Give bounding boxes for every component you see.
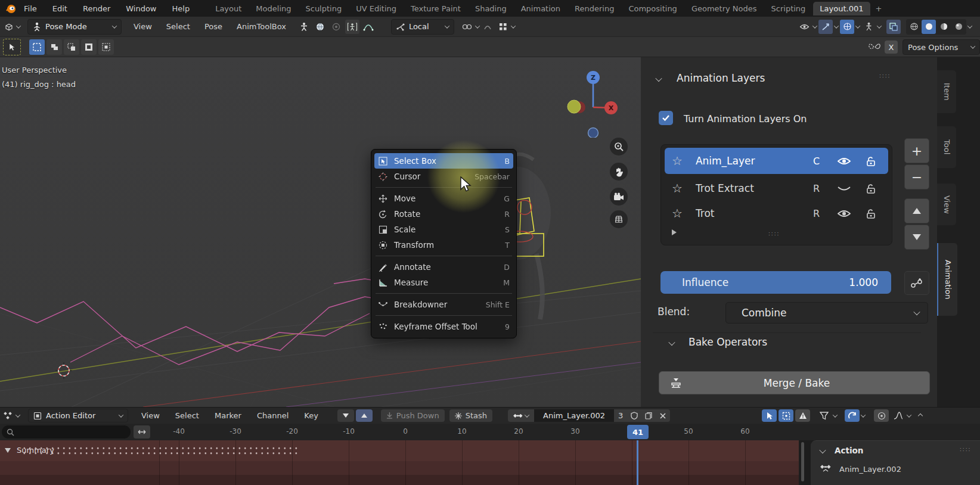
normalize-curve-icon[interactable] — [891, 409, 905, 422]
options-chevron-icon[interactable] — [511, 23, 516, 28]
unlock-icon[interactable] — [864, 209, 888, 219]
globe-icon[interactable] — [313, 20, 327, 34]
dopesheet-menu-key[interactable]: Key — [298, 411, 324, 420]
normalize-chevron-icon[interactable] — [907, 412, 911, 417]
star-icon[interactable]: ☆ — [672, 182, 683, 194]
sidebar-tab-view[interactable]: View — [937, 184, 956, 225]
visibility-icon[interactable] — [797, 20, 811, 34]
menu-item-move[interactable]: Move G — [374, 191, 513, 206]
sidebar-tab-animation[interactable]: Animation — [937, 243, 957, 316]
fake-user-shield-button[interactable] — [627, 409, 641, 422]
show-overlays-icon[interactable] — [840, 20, 854, 34]
zoom-tool-button[interactable] — [610, 138, 628, 156]
dopesheet-menu-select[interactable]: Select — [169, 411, 205, 420]
action-specials-down-button[interactable] — [337, 409, 354, 422]
menu-item-annotate[interactable]: Annotate D — [374, 259, 513, 275]
transform-orientation-selector[interactable]: Local — [391, 19, 454, 35]
new-action-copy-button[interactable] — [641, 409, 656, 422]
action-panel-title[interactable]: Action — [835, 446, 863, 455]
action-users-count-button[interactable]: 3 — [614, 409, 627, 422]
channel-search-input[interactable] — [2, 425, 131, 439]
animation-layers-panel-title[interactable]: Animation Layers — [677, 72, 765, 84]
shading-solid-icon[interactable] — [922, 20, 936, 34]
visibility-chevron-icon[interactable] — [812, 23, 817, 28]
snap-keys-icon[interactable] — [845, 409, 860, 422]
dopesheet-editor-type-button[interactable] — [3, 411, 20, 421]
workspace-tab-sculpting[interactable]: Sculpting — [299, 2, 348, 15]
sidebar-tab-item[interactable]: Item — [937, 70, 956, 113]
menu-edit[interactable]: Edit — [46, 4, 73, 13]
pose-options-dropdown[interactable]: Pose Options — [903, 39, 980, 55]
add-workspace-button[interactable]: + — [872, 2, 886, 15]
move-layer-up-button[interactable] — [904, 198, 929, 223]
options-grid-icon[interactable] — [496, 20, 510, 34]
show-errors-warning-icon[interactable] — [795, 409, 810, 422]
action-panel-item-name[interactable]: Anim_Layer.002 — [839, 465, 901, 474]
workspace-tab-compositing[interactable]: Compositing — [622, 2, 684, 15]
shading-wireframe-icon[interactable] — [907, 20, 921, 34]
active-tool-tweak-icon[interactable] — [3, 39, 21, 55]
arc-curve-icon[interactable] — [361, 20, 376, 34]
layer-row-trot[interactable]: ☆ Trot R — [665, 201, 888, 225]
blender-logo-icon[interactable] — [5, 3, 16, 14]
menu-item-select-box[interactable]: Select Box B — [374, 153, 513, 169]
pivot-point-icon[interactable] — [460, 20, 475, 34]
summary-expand-icon[interactable] — [5, 448, 11, 453]
xray-toggle-icon[interactable] — [886, 20, 901, 34]
action-name-field[interactable]: Anim_Layer.002 — [534, 409, 614, 422]
select-mode-extend-icon[interactable] — [46, 39, 62, 55]
workspace-tab-texture-paint[interactable]: Texture Paint — [404, 2, 467, 15]
eye-open-icon[interactable] — [837, 209, 864, 218]
show-gizmo-icon[interactable] — [818, 20, 833, 34]
pose-display-chevron-icon[interactable] — [877, 23, 882, 28]
proportional-editing-icon[interactable] — [480, 20, 495, 34]
vertical-scrollbar[interactable] — [801, 442, 804, 481]
figure-brackets-icon[interactable] — [345, 20, 359, 34]
dopesheet-menu-channel[interactable]: Channel — [251, 411, 294, 420]
mirror-butterfly-icon[interactable] — [868, 42, 881, 52]
gizmo-chevron-icon[interactable] — [834, 23, 839, 28]
select-mode-new-icon[interactable] — [29, 39, 45, 55]
viewport-menu-select[interactable]: Select — [160, 22, 196, 31]
list-resize-grip-icon[interactable]: ········ — [768, 232, 780, 237]
mirror-x-toggle[interactable]: X — [885, 41, 898, 54]
dopesheet-menu-view[interactable]: View — [135, 411, 166, 420]
mode-selector[interactable]: Pose Mode — [27, 19, 122, 35]
menu-item-scale[interactable]: Scale S — [374, 222, 513, 237]
pivot-chevron-icon[interactable] — [475, 23, 480, 28]
action-specials-up-button[interactable] — [356, 409, 373, 422]
layer-row-trot-extract[interactable]: ☆ Trot Extract R — [665, 176, 888, 200]
overlays-chevron-icon[interactable] — [855, 23, 860, 28]
unlock-icon[interactable] — [864, 156, 888, 166]
add-layer-button[interactable]: + — [904, 138, 929, 163]
workspace-tab-animation[interactable]: Animation — [514, 2, 567, 15]
camera-view-button[interactable] — [610, 188, 628, 206]
blend-dropdown[interactable]: Combine — [725, 302, 928, 324]
workspace-tab-geometry-nodes[interactable]: Geometry Nodes — [685, 2, 764, 15]
panel-grip-icon[interactable]: ········ — [879, 74, 891, 79]
list-expand-icon[interactable] — [671, 229, 678, 236]
workspace-tab-layout[interactable]: Layout — [209, 2, 248, 15]
sidebar-tab-tool[interactable]: Tool — [937, 126, 956, 168]
animation-layers-collapse-icon[interactable] — [655, 75, 662, 82]
pan-hand-button[interactable] — [610, 163, 628, 181]
menu-item-keyframe-offset-tool[interactable]: Keyframe Offset Tool 9 — [374, 319, 513, 334]
playhead-line[interactable] — [637, 440, 638, 485]
ortho-grid-button[interactable] — [610, 210, 628, 228]
navigation-gizmo[interactable]: Z X — [536, 63, 626, 138]
menu-help[interactable]: Help — [166, 4, 196, 13]
turn-animation-layers-checkbox[interactable] — [659, 111, 673, 125]
rig-character-icon[interactable] — [297, 20, 311, 34]
workspace-tab-scripting[interactable]: Scripting — [765, 2, 812, 15]
move-layer-down-button[interactable] — [904, 225, 929, 250]
stash-button[interactable]: Stash — [449, 409, 492, 422]
pose-display-icon[interactable] — [861, 20, 876, 34]
viewport-menu-pose[interactable]: Pose — [199, 22, 228, 31]
select-mode-subtract-icon[interactable] — [64, 39, 79, 55]
bake-operators-panel-title[interactable]: Bake Operators — [689, 336, 767, 348]
eye-closed-icon[interactable] — [837, 184, 864, 193]
eye-open-icon[interactable] — [837, 157, 864, 166]
select-mode-invert-icon[interactable] — [81, 39, 97, 55]
workspace-tab-modeling[interactable]: Modeling — [249, 2, 297, 15]
bake-operators-collapse-icon[interactable] — [668, 339, 675, 346]
